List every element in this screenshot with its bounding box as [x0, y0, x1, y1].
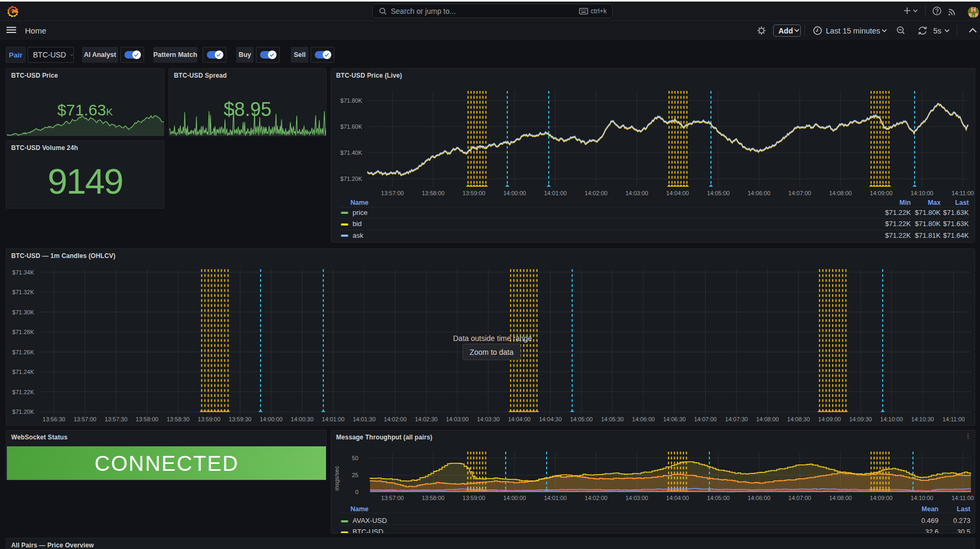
svg-text:13:58:00: 13:58:00	[136, 416, 158, 422]
svg-text:13:57:00: 13:57:00	[381, 190, 404, 196]
svg-text:13:59:00: 13:59:00	[463, 495, 485, 501]
svg-text:14:02:00: 14:02:00	[585, 495, 608, 501]
svg-text:14:03:00: 14:03:00	[625, 190, 648, 196]
svg-text:14:10:30: 14:10:30	[911, 416, 934, 422]
svg-text:14:08:00: 14:08:00	[756, 416, 779, 422]
svg-text:14:02:00: 14:02:00	[384, 416, 407, 422]
svg-text:14:06:00: 14:06:00	[632, 416, 655, 422]
svg-text:13:58:00: 13:58:00	[422, 495, 445, 501]
svg-text:14:01:00: 14:01:00	[544, 190, 567, 196]
svg-text:14:11:00: 14:11:00	[942, 416, 965, 422]
svg-text:14:10:00: 14:10:00	[910, 190, 933, 196]
svg-text:5s: 5s	[933, 27, 941, 35]
svg-text:14:06:00: 14:06:00	[748, 495, 770, 501]
svg-text:$71.30K: $71.30K	[12, 309, 35, 315]
svg-text:14:11:00: 14:11:00	[951, 495, 974, 501]
svg-text:14:10:00: 14:10:00	[910, 495, 933, 501]
svg-text:14:04:00: 14:04:00	[666, 190, 689, 196]
svg-text:25: 25	[352, 472, 358, 478]
svg-text:14:01:00: 14:01:00	[322, 416, 345, 422]
svg-text:14:01:30: 14:01:30	[353, 416, 375, 422]
svg-text:14:02:00: 14:02:00	[585, 190, 608, 196]
svg-text:14:04:30: 14:04:30	[539, 416, 562, 422]
svg-text:$71.60K: $71.60K	[340, 123, 363, 130]
svg-text:14:09:00: 14:09:00	[870, 495, 893, 501]
svg-text:$71.20K: $71.20K	[12, 409, 35, 415]
svg-text:$71.20K: $71.20K	[340, 176, 363, 182]
svg-text:14:06:30: 14:06:30	[663, 416, 686, 422]
svg-text:Last 15 minutes: Last 15 minutes	[826, 27, 880, 35]
svg-text:$71.32K: $71.32K	[12, 289, 35, 295]
svg-text:$71.40K: $71.40K	[340, 149, 363, 156]
svg-text:13:58:30: 13:58:30	[166, 416, 189, 422]
svg-text:14:03:30: 14:03:30	[477, 416, 500, 422]
svg-text:14:07:00: 14:07:00	[789, 495, 811, 501]
svg-text:14:11:00: 14:11:00	[951, 190, 974, 196]
svg-text:14:08:30: 14:08:30	[787, 416, 810, 422]
svg-text:14:02:30: 14:02:30	[415, 416, 438, 422]
svg-text:14:04:00: 14:04:00	[508, 416, 531, 422]
svg-text:14:05:00: 14:05:00	[707, 495, 730, 501]
svg-text:14:00:30: 14:00:30	[291, 416, 314, 422]
svg-text:$71.34K: $71.34K	[12, 269, 35, 276]
svg-text:13:56:30: 13:56:30	[43, 416, 65, 422]
svg-text:13:57:30: 13:57:30	[105, 416, 128, 422]
svg-text:msgs/sec: msgs/sec	[333, 465, 340, 490]
svg-text:14:00:00: 14:00:00	[503, 190, 526, 196]
svg-text:13:59:30: 13:59:30	[229, 416, 252, 422]
svg-text:13:59:00: 13:59:00	[198, 416, 221, 422]
svg-text:14:01:00: 14:01:00	[544, 495, 567, 501]
svg-text:$71.24K: $71.24K	[12, 369, 35, 375]
svg-text:14:03:00: 14:03:00	[625, 495, 648, 501]
svg-text:50: 50	[352, 455, 358, 461]
svg-text:14:08:00: 14:08:00	[829, 495, 852, 501]
svg-text:$71.26K: $71.26K	[12, 349, 35, 355]
svg-text:14:03:00: 14:03:00	[446, 416, 468, 422]
svg-text:14:07:00: 14:07:00	[694, 416, 717, 422]
svg-text:14:00:00: 14:00:00	[259, 416, 282, 422]
svg-text:14:10:00: 14:10:00	[880, 416, 903, 422]
svg-text:Add: Add	[778, 27, 793, 35]
svg-text:$71.22K: $71.22K	[12, 389, 35, 395]
svg-text:14:05:30: 14:05:30	[601, 416, 624, 422]
svg-text:14:00:00: 14:00:00	[503, 495, 526, 501]
svg-text:$71.80K: $71.80K	[340, 97, 363, 104]
svg-text:14:09:00: 14:09:00	[818, 416, 841, 422]
svg-text:14:06:00: 14:06:00	[748, 190, 770, 196]
svg-text:14:07:00: 14:07:00	[789, 190, 811, 196]
svg-text:13:57:00: 13:57:00	[73, 416, 96, 422]
svg-text:14:07:30: 14:07:30	[725, 416, 748, 422]
svg-text:14:09:00: 14:09:00	[870, 190, 893, 196]
svg-text:13:59:00: 13:59:00	[463, 190, 485, 196]
svg-text:$71.28K: $71.28K	[12, 329, 35, 335]
svg-text:14:09:30: 14:09:30	[849, 416, 872, 422]
svg-text:14:05:00: 14:05:00	[570, 416, 593, 422]
svg-text:13:57:00: 13:57:00	[381, 495, 404, 501]
svg-text:13:58:00: 13:58:00	[422, 190, 445, 196]
svg-text:14:05:00: 14:05:00	[707, 190, 730, 196]
svg-text:14:08:00: 14:08:00	[829, 190, 852, 196]
svg-text:14:04:00: 14:04:00	[666, 495, 689, 501]
svg-text:0: 0	[355, 489, 358, 495]
